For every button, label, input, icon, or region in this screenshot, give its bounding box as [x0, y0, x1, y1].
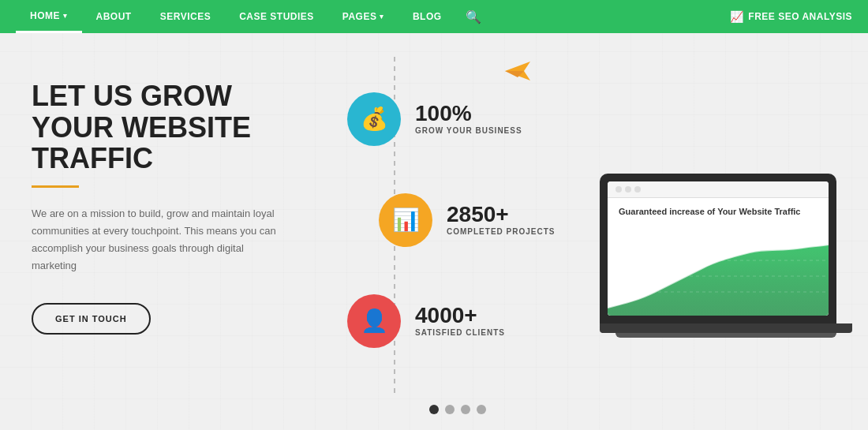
- stat-item-growth: 💰 100% Grow your business: [347, 92, 522, 146]
- chevron-down-icon: ▾: [63, 12, 68, 20]
- nav-label-home: HOME: [30, 10, 60, 21]
- navigation: HOME ▾ ABOUT SERVICES CASE STUDIES PAGES…: [0, 0, 868, 33]
- chart-bar-icon: 📊: [392, 207, 420, 233]
- nav-item-blog[interactable]: BLOG: [398, 0, 456, 33]
- hero-title: LET US GROW YOUR WEBSITE TRAFFIC: [32, 80, 284, 174]
- nav-label-case-studies: CASE STUDIES: [239, 11, 314, 22]
- screen-dot-3: [634, 186, 641, 193]
- stat-text-clients: 4000+ SATISFIED CLIENTS: [415, 305, 505, 337]
- hero-right: Guaranteed increase of Your Website Traf…: [600, 33, 868, 430]
- stat-number-projects: 2850+: [447, 204, 555, 226]
- nav-item-home[interactable]: HOME ▾: [16, 0, 82, 33]
- nav-label-services: SERVICES: [160, 11, 211, 22]
- stat-text-projects: 2850+ COMPLETED PROJECTS: [447, 204, 555, 236]
- title-underline: [32, 185, 79, 188]
- chart-area: [608, 245, 829, 316]
- stat-text-growth: 100% Grow your business: [415, 103, 522, 135]
- hero-title-line2: TRAFFIC: [32, 142, 153, 174]
- hero-left: LET US GROW YOUR WEBSITE TRAFFIC We are …: [0, 33, 316, 430]
- laptop-base: [600, 323, 852, 333]
- nav-item-pages[interactable]: PAGES ▾: [328, 0, 398, 33]
- laptop-screen: Guaranteed increase of Your Website Traf…: [608, 181, 829, 316]
- stat-item-projects: 📊 2850+ COMPLETED PROJECTS: [379, 193, 555, 247]
- nav-item-case-studies[interactable]: CASE STUDIES: [225, 0, 328, 33]
- stat-item-clients: 👤 4000+ SATISFIED CLIENTS: [347, 294, 505, 348]
- stat-icon-projects: 📊: [379, 193, 432, 247]
- stat-label-growth: Grow your business: [415, 126, 522, 135]
- screen-content: Guaranteed increase of Your Website Traf…: [608, 198, 829, 316]
- hero-middle: 💰 100% Grow your business 📊 2850+ COMPLE…: [316, 33, 600, 430]
- screen-dot-2: [625, 186, 631, 193]
- stat-number-clients: 4000+: [415, 305, 505, 327]
- carousel-dot-1[interactable]: [429, 405, 439, 414]
- carousel-dots: [429, 405, 486, 414]
- carousel-dot-3[interactable]: [461, 405, 470, 414]
- nav-label-about: ABOUT: [96, 11, 132, 22]
- hero-section: LET US GROW YOUR WEBSITE TRAFFIC We are …: [0, 33, 868, 430]
- laptop-body: Guaranteed increase of Your Website Traf…: [600, 174, 836, 323]
- stat-icon-growth: 💰: [347, 92, 401, 146]
- carousel-dot-2[interactable]: [445, 405, 455, 414]
- hero-title-line1: LET US GROW YOUR WEBSITE: [32, 80, 251, 144]
- nav-cta[interactable]: 📈 FREE SEO ANALYSIS: [730, 10, 852, 23]
- chart-icon: 📈: [730, 10, 744, 23]
- stat-label-clients: SATISFIED CLIENTS: [415, 328, 505, 337]
- screen-title: Guaranteed increase of Your Website Traf…: [619, 206, 800, 218]
- laptop-mockup: Guaranteed increase of Your Website Traf…: [600, 174, 852, 338]
- search-icon[interactable]: 🔍: [456, 0, 491, 33]
- stat-number-growth: 100%: [415, 103, 522, 125]
- carousel-dot-4[interactable]: [477, 405, 486, 414]
- hero-description: We are on a mission to build, grow and m…: [32, 205, 284, 275]
- money-bag-icon: 💰: [361, 106, 388, 132]
- person-icon: 👤: [361, 308, 388, 334]
- screen-header: [608, 181, 829, 198]
- stat-icon-clients: 👤: [347, 294, 401, 348]
- nav-item-services[interactable]: SERVICES: [146, 0, 225, 33]
- nav-item-about[interactable]: ABOUT: [82, 0, 146, 33]
- nav-cta-label: FREE SEO ANALYSIS: [748, 11, 852, 22]
- get-in-touch-button[interactable]: GET IN TOUCH: [32, 303, 151, 335]
- nav-label-pages: PAGES: [342, 11, 377, 22]
- chevron-down-icon-pages: ▾: [380, 13, 384, 21]
- nav-left: HOME ▾ ABOUT SERVICES CASE STUDIES PAGES…: [16, 0, 491, 33]
- stat-label-projects: COMPLETED PROJECTS: [447, 227, 555, 236]
- laptop-stand: [615, 333, 836, 338]
- screen-dot-1: [615, 186, 622, 193]
- nav-label-blog: BLOG: [413, 11, 442, 22]
